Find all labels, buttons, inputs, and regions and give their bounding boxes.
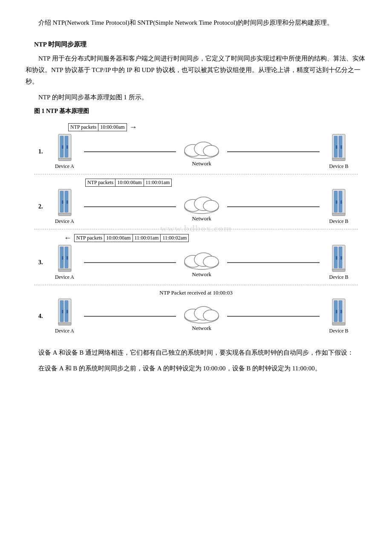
step-label-3: 3. — [38, 259, 43, 266]
svg-rect-53 — [66, 310, 68, 313]
device-a-3: Device A — [46, 244, 84, 280]
server-icon-a-3 — [56, 244, 74, 273]
time-box-3c: 11:00:02am — [161, 234, 189, 242]
cloud-icon-3 — [180, 247, 223, 270]
svg-rect-45 — [332, 269, 345, 272]
svg-rect-52 — [62, 310, 63, 313]
line-left-3 — [84, 262, 176, 263]
ntp-received-text: NTP Packet received at 10:00:03 — [34, 289, 358, 296]
svg-point-41 — [203, 256, 219, 267]
line-left-1 — [84, 151, 176, 152]
server-icon-a-2 — [56, 188, 74, 217]
svg-point-57 — [203, 310, 219, 321]
devices-row-4: 4. Device A — [38, 298, 358, 334]
device-a-1: Device A — [46, 133, 84, 170]
figure-container: www.bdbox.com NTP packets 10:00:00am → 1… — [34, 119, 358, 338]
svg-point-9 — [203, 145, 219, 156]
cloud-4: Network — [176, 301, 227, 332]
line-right-3 — [227, 262, 320, 263]
svg-rect-14 — [336, 145, 337, 149]
svg-rect-35 — [58, 269, 71, 272]
svg-rect-29 — [332, 213, 345, 216]
device-a-label-3: Device A — [55, 274, 74, 280]
cloud-label-4: Network — [192, 325, 212, 332]
line-right-4 — [227, 316, 320, 317]
diagram-step-4: NTP Packet received at 10:00:03 4. Devic… — [34, 285, 358, 338]
diagram-step-1: NTP packets 10:00:00am → 1. Device A — [34, 119, 358, 174]
devices-row-3: 3. Device A — [38, 244, 358, 280]
device-b-label-4: Device B — [329, 328, 349, 334]
cloud-icon-2 — [180, 191, 223, 214]
svg-rect-62 — [336, 310, 337, 313]
packet-row-3: ← NTP packets 10:00:00am 11:00:01am 11:0… — [64, 234, 358, 243]
svg-rect-30 — [336, 200, 337, 204]
svg-rect-20 — [62, 200, 63, 204]
cloud-3: Network — [176, 247, 227, 278]
intro-paragraph: 介绍 NTP(Network Time Protocol)和 SNTP(Simp… — [26, 17, 366, 29]
svg-rect-51 — [58, 323, 71, 325]
time-box-2b: 11:00:01am — [144, 179, 172, 187]
devices-row-1: 1. Device A — [38, 133, 358, 170]
time-box-2a: 10:00:00am — [115, 179, 144, 187]
svg-point-25 — [203, 200, 219, 211]
step-label-1: 1. — [38, 148, 43, 155]
packet-combined-1: NTP packets 10:00:00am — [68, 123, 127, 131]
line-left-2 — [84, 206, 176, 207]
body-para4: 在设备 A 和 B 的系统时间同步之前，设备 A 的时钟设定为 10:00:00… — [26, 363, 366, 374]
server-icon-b-2 — [330, 188, 348, 217]
svg-rect-21 — [66, 200, 68, 204]
device-b-2: Device B — [320, 188, 358, 225]
packet-combined-2: NTP packets 10:00:00am 11:00:01am — [85, 179, 172, 187]
cloud-2: Network — [176, 191, 227, 222]
time-box-3a: 10:00:00am — [104, 234, 133, 242]
device-a-label-4: Device A — [55, 328, 74, 334]
svg-rect-4 — [62, 145, 63, 149]
device-a-2: Device A — [46, 188, 84, 225]
cloud-label-2: Network — [192, 215, 212, 222]
device-b-3: Device B — [320, 244, 358, 280]
svg-rect-5 — [66, 145, 68, 149]
body-para1: NTP 用于在分布式时间服务器和客户端之间进行时间同步，它定义了时间同步实现过程… — [26, 53, 366, 87]
device-a-4: Device A — [46, 298, 84, 334]
server-icon-b-4 — [330, 298, 348, 327]
packet-label-2: NTP packets — [85, 179, 115, 187]
server-icon-a-4 — [56, 298, 74, 327]
diagram-step-3: ← NTP packets 10:00:00am 11:00:01am 11:0… — [34, 229, 358, 285]
time-box-3b: 11:00:01am — [133, 234, 161, 242]
cloud-icon-4 — [180, 301, 223, 324]
svg-rect-37 — [66, 256, 68, 260]
svg-rect-47 — [340, 256, 342, 260]
svg-rect-3 — [58, 158, 71, 161]
device-a-label-2: Device A — [55, 218, 74, 225]
body-para3: 设备 A 和设备 B 通过网络相连，它们都有自己独立的系统时间，要实现各自系统时… — [26, 347, 366, 358]
devices-row-2: 2. Device A — [38, 188, 358, 225]
svg-rect-31 — [340, 200, 342, 204]
server-icon-b-1 — [330, 133, 348, 162]
svg-rect-13 — [332, 158, 345, 161]
svg-rect-61 — [332, 323, 345, 325]
server-icon-a-1 — [56, 133, 74, 162]
body-para2: NTP 的时间同步基本原理如图 1 所示。 — [26, 92, 366, 103]
arrow-left-3: ← — [64, 234, 72, 243]
packet-combined-3: NTP packets 10:00:00am 11:00:01am 11:00:… — [74, 234, 189, 242]
packet-row-1: NTP packets 10:00:00am → — [68, 123, 358, 132]
step-label-4: 4. — [38, 313, 43, 320]
device-b-label-3: Device B — [329, 274, 349, 280]
device-b-4: Device B — [320, 298, 358, 334]
arrow-right-1: → — [130, 123, 137, 132]
svg-rect-63 — [340, 310, 342, 313]
line-right-1 — [227, 151, 320, 152]
server-icon-b-3 — [330, 244, 348, 273]
svg-rect-19 — [58, 213, 71, 216]
device-b-1: Device B — [320, 133, 358, 170]
cloud-label-3: Network — [192, 271, 212, 278]
line-left-4 — [84, 316, 176, 317]
device-b-label-2: Device B — [329, 218, 349, 225]
time-box-1a: 10:00:00am — [98, 123, 127, 131]
packet-label-1: NTP packets — [68, 123, 98, 131]
line-right-2 — [227, 206, 320, 207]
packet-label-3: NTP packets — [74, 234, 104, 242]
figure-caption: 图 1 NTP 基本原理图 — [34, 107, 366, 115]
packet-row-2: NTP packets 10:00:00am 11:00:01am — [85, 179, 358, 187]
device-b-label-1: Device B — [329, 163, 349, 170]
